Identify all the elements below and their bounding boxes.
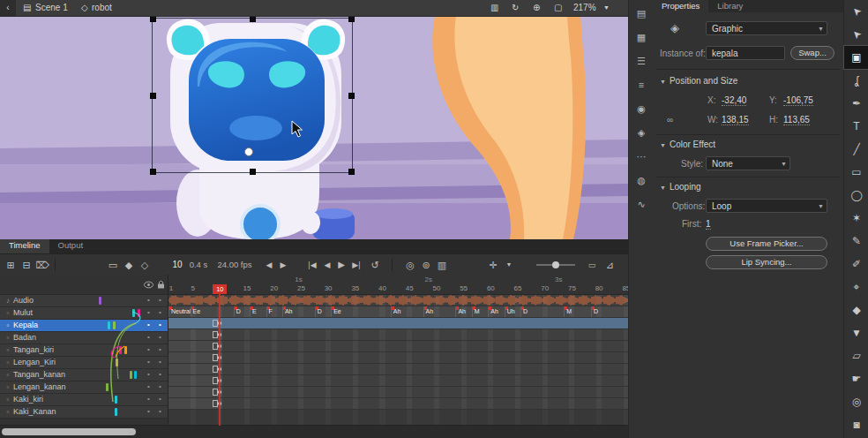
layer-visibility-dot[interactable]: •: [147, 394, 150, 404]
transform-handle[interactable]: [250, 169, 256, 175]
frame-row-audio[interactable]: [168, 295, 628, 306]
y-value[interactable]: -106,75: [783, 95, 813, 106]
frame-row-lengan_kiri[interactable]: [168, 352, 628, 364]
mouth-keyframe[interactable]: M: [472, 306, 473, 317]
edit-multiple-frames-button[interactable]: ▥: [436, 254, 448, 276]
mouth-keyframe[interactable]: D: [315, 306, 316, 317]
insert-keyframe-button[interactable]: ◆: [122, 254, 136, 276]
grid-icon[interactable]: ▦: [629, 26, 654, 48]
current-frame-counter[interactable]: 10: [169, 254, 185, 276]
mouth-keyframe[interactable]: Ah: [391, 306, 392, 317]
stage-area[interactable]: [0, 16, 628, 239]
mouth-keyframe[interactable]: Ee: [331, 306, 332, 317]
pencil-tool[interactable]: ✎: [844, 230, 868, 253]
mouth-keyframe[interactable]: Ee: [191, 306, 191, 317]
hand-tool[interactable]: ☛: [844, 367, 868, 390]
transform-handle[interactable]: [348, 16, 355, 22]
frame-row-lengan_kanan[interactable]: [168, 375, 628, 387]
layer-lock-dot[interactable]: •: [159, 357, 161, 367]
layer-visibility-dot[interactable]: •: [147, 357, 150, 367]
section-position-size[interactable]: ▼Position and Size: [660, 76, 737, 86]
layer-visibility-dot[interactable]: •: [147, 344, 150, 355]
use-frame-picker-button[interactable]: Use Frame Picker...: [706, 237, 827, 251]
layer-visibility-dot[interactable]: •: [147, 406, 150, 417]
layer-visibility-dot[interactable]: •: [147, 307, 150, 318]
timeline-menu-chevron-icon[interactable]: ▼: [505, 254, 513, 276]
subselection-tool[interactable]: ➤: [844, 23, 868, 46]
layer-row-tangan_kiri[interactable]: ▫Tangan_kiri••: [0, 344, 168, 357]
frame-row-tangan_kanan[interactable]: [168, 364, 628, 375]
mouth-keyframe[interactable]: M: [564, 306, 565, 317]
zoom-level[interactable]: 217%: [573, 0, 596, 16]
x-value[interactable]: -32,40: [722, 95, 746, 106]
layer-visibility-dot[interactable]: •: [147, 320, 150, 330]
fit-window-icon[interactable]: ▢: [554, 0, 562, 16]
play-button[interactable]: ▶: [335, 254, 348, 276]
rotate-icon[interactable]: ↻: [512, 0, 519, 16]
transform-handle[interactable]: [150, 93, 156, 99]
transform-handle[interactable]: [348, 93, 355, 99]
layer-lock-dot[interactable]: •: [159, 332, 161, 343]
style-dropdown[interactable]: None▼: [706, 156, 790, 170]
layer-lock-dot[interactable]: •: [159, 320, 161, 330]
frame-row-kaki_kanan[interactable]: [168, 398, 628, 410]
camera-tool[interactable]: ◙: [844, 413, 868, 436]
span-end-marker[interactable]: [213, 343, 218, 350]
layer-lock-dot[interactable]: •: [159, 369, 161, 380]
w-value[interactable]: 138,15: [722, 115, 749, 125]
h-value[interactable]: 113,65: [783, 115, 810, 125]
frame-row-badan[interactable]: [168, 329, 628, 341]
section-color-effect[interactable]: ▼Color Effect: [660, 140, 715, 149]
layer-visibility-dot[interactable]: •: [147, 369, 150, 380]
visibility-icon[interactable]: [144, 281, 153, 289]
tab-output[interactable]: Output: [49, 239, 93, 253]
mouth-keyframe[interactable]: Ah: [488, 306, 489, 317]
frame-grid[interactable]: NeutralEeDEFAhDEeAhAhAhMAhUhDMD: [168, 295, 628, 410]
loop-dropdown[interactable]: Loop▼: [706, 199, 827, 213]
previous-frame-button[interactable]: ◀: [321, 254, 333, 276]
onion-skin-outlines-button[interactable]: ⊚: [420, 254, 432, 276]
transform-handle[interactable]: [150, 169, 156, 175]
transform-handle[interactable]: [250, 16, 256, 22]
paint-bucket-tool[interactable]: ◆: [844, 298, 868, 321]
fit-timeline-button[interactable]: ⊿: [603, 254, 616, 276]
span-end-marker[interactable]: [213, 320, 218, 327]
frame-rate[interactable]: 24.00 fps: [213, 254, 256, 276]
insert-blank-keyframe-button[interactable]: ◇: [138, 254, 152, 276]
center-stage-icon[interactable]: ⊕: [533, 0, 540, 16]
breadcrumb-scene[interactable]: Scene 1: [35, 0, 68, 16]
layer-lock-dot[interactable]: •: [159, 381, 161, 392]
breadcrumb-symbol[interactable]: robot: [92, 0, 112, 16]
frame-size-large-icon[interactable]: ▭: [586, 254, 598, 276]
mouth-keyframe[interactable]: Ah: [455, 306, 456, 317]
selection-tool[interactable]: ➤: [844, 0, 868, 23]
step-back-button[interactable]: ◀: [263, 254, 275, 276]
lasso-tool[interactable]: ʆ: [844, 69, 868, 92]
eraser-tool[interactable]: ▱: [844, 344, 868, 367]
frame-row-mulut[interactable]: NeutralEeDEFAhDEeAhAhAhMAhUhDMD: [168, 306, 628, 318]
mouth-keyframe[interactable]: F: [266, 306, 267, 317]
rectangle-tool[interactable]: ▭: [844, 161, 868, 184]
layer-row-kaki_kanan[interactable]: ▫Kaki_Kanan••: [0, 406, 168, 419]
mouth-keyframe[interactable]: Neutral: [168, 306, 169, 317]
loop-playback-button[interactable]: ↺: [369, 254, 381, 276]
frame-size-slider[interactable]: [536, 264, 575, 266]
info-icon[interactable]: ◉: [629, 98, 654, 119]
span-end-marker[interactable]: [213, 331, 218, 338]
insert-frame-button[interactable]: ▭: [106, 254, 120, 276]
tab-library[interactable]: Library: [708, 0, 752, 12]
mouth-keyframe[interactable]: D: [234, 306, 235, 317]
selection-bounding-box[interactable]: [152, 18, 353, 173]
layer-lock-dot[interactable]: •: [159, 307, 161, 318]
text-tool[interactable]: T: [844, 115, 868, 138]
mouth-keyframe[interactable]: D: [520, 306, 521, 317]
layer-row-tangan_kanan[interactable]: ▫Tangan_kanan••: [0, 369, 168, 381]
lock-icon[interactable]: [157, 280, 165, 289]
mouth-keyframe[interactable]: Ah: [423, 306, 424, 317]
layer-lock-dot[interactable]: •: [159, 394, 161, 404]
layer-row-badan[interactable]: ▫Badan••: [0, 332, 168, 344]
tab-timeline[interactable]: Timeline: [0, 239, 49, 253]
swap-button[interactable]: Swap...: [790, 46, 834, 60]
section-looping[interactable]: ▼Looping: [660, 182, 701, 192]
link-dimensions-icon[interactable]: ∞: [667, 115, 673, 125]
